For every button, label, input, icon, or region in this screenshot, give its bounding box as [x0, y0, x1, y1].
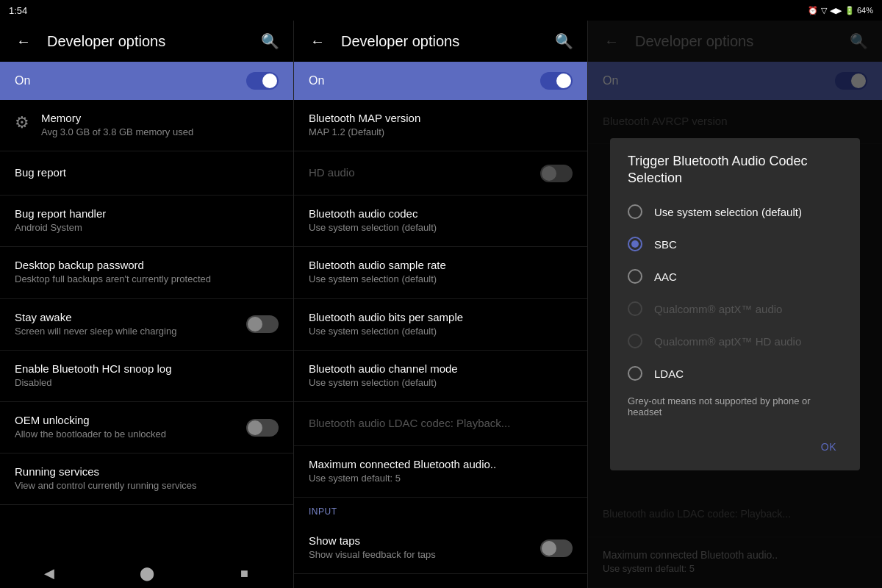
status-time: 1:54 [9, 5, 27, 16]
bt-audio-channel-subtitle: Use system selection (default) [309, 376, 573, 390]
dialog-option-aac[interactable]: AAC [610, 260, 860, 293]
dialog-note: Grey-out means not supported by phone or… [610, 390, 860, 429]
memory-title: Memory [41, 112, 279, 124]
settings-list-left: ⚙ Memory Avg 3.0 GB of 3.8 GB memory use… [0, 100, 293, 559]
status-bar: 1:54 ⏰ ▽ ◀▶ 🔋 64% [0, 0, 882, 21]
bug-report-title: Bug report [15, 166, 279, 179]
radio-sbc[interactable] [628, 237, 642, 251]
setting-oem-unlocking[interactable]: OEM unlocking Allow the bootloader to be… [0, 402, 293, 453]
setting-hd-audio[interactable]: HD audio [294, 151, 587, 196]
back-button-left[interactable]: ← [12, 29, 35, 53]
radio-aac[interactable] [628, 269, 642, 284]
dialog-option-label-use-system: Use system selection (default) [654, 206, 802, 218]
developer-toggle-mid[interactable] [540, 72, 573, 90]
nav-home[interactable]: ⬤ [132, 559, 162, 588]
page-title-left: Developer options [47, 33, 246, 50]
setting-running-services[interactable]: Running services View and control curren… [0, 453, 293, 505]
bluetooth-hci-subtitle: Disabled [15, 376, 279, 390]
max-bt-audio-subtitle: Use system default: 5 [309, 472, 573, 485]
top-bar-mid: ← Developer options 🔍 [294, 21, 587, 62]
dialog-option-label-qualcomm-aptx-hd: Qualcomm® aptX™ HD audio [654, 335, 801, 348]
desktop-backup-subtitle: Desktop full backups aren't currently pr… [15, 273, 279, 286]
setting-show-taps[interactable]: Show taps Show visual feedback for taps [294, 523, 587, 574]
top-bar-left: ← Developer options 🔍 [0, 21, 293, 62]
on-bar-mid: On [294, 62, 587, 100]
dialog-option-qualcomm-aptx-hd[interactable]: Qualcomm® aptX™ HD audio [610, 325, 860, 357]
stay-awake-toggle[interactable] [246, 315, 279, 333]
panel-mid: ← Developer options 🔍 On Bluetooth MAP v… [294, 21, 588, 588]
setting-stay-awake[interactable]: Stay awake Screen will never sleep while… [0, 299, 293, 351]
bug-report-handler-title: Bug report handler [15, 207, 279, 220]
setting-memory[interactable]: ⚙ Memory Avg 3.0 GB of 3.8 GB memory use… [0, 100, 293, 151]
stay-awake-subtitle: Screen will never sleep while charging [15, 325, 246, 338]
nav-back[interactable]: ◀ [35, 559, 64, 588]
bt-audio-bits-title: Bluetooth audio bits per sample [309, 311, 573, 323]
dialog-option-label-sbc: SBC [654, 238, 677, 251]
hd-audio-title: HD audio [309, 166, 540, 179]
bluetooth-hci-title: Enable Bluetooth HCI snoop log [15, 362, 279, 375]
dialog-option-sbc[interactable]: SBC [610, 228, 860, 260]
dialog-option-label-ldac: LDAC [654, 368, 684, 380]
settings-list-mid: Bluetooth MAP version MAP 1.2 (Default) … [294, 100, 587, 588]
setting-bt-ldac-codec[interactable]: Bluetooth audio LDAC codec: Playback... [294, 402, 587, 446]
dialog-actions: OK [610, 429, 860, 470]
nav-bar-left: ◀ ⬤ ■ [0, 559, 293, 588]
setting-bug-report-handler[interactable]: Bug report handler Android System [0, 196, 293, 247]
dialog-option-label-qualcomm-aptx: Qualcomm® aptX™ audio [654, 303, 782, 315]
setting-desktop-backup[interactable]: Desktop backup password Desktop full bac… [0, 247, 293, 298]
panel-right: ← Developer options 🔍 On Bluetooth AVRCP… [588, 21, 882, 588]
bt-audio-channel-title: Bluetooth audio channel mode [309, 362, 573, 375]
setting-bt-audio-channel[interactable]: Bluetooth audio channel mode Use system … [294, 351, 587, 402]
setting-bt-audio-codec[interactable]: Bluetooth audio codec Use system selecti… [294, 196, 587, 247]
radio-qualcomm-aptx[interactable] [628, 301, 642, 316]
radio-ldac[interactable] [628, 366, 642, 381]
dialog-option-use-system[interactable]: Use system selection (default) [610, 196, 860, 228]
running-services-title: Running services [15, 465, 279, 478]
oem-unlocking-subtitle: Allow the bootloader to be unlocked [15, 428, 246, 441]
memory-icon: ⚙ [15, 113, 29, 132]
running-services-subtitle: View and control currently running servi… [15, 479, 279, 492]
on-label-left: On [15, 74, 30, 87]
on-label-mid: On [309, 74, 324, 87]
dialog-overlay: Trigger Bluetooth Audio Codec Selection … [588, 21, 882, 588]
hd-audio-toggle[interactable] [540, 165, 573, 182]
status-icons: ⏰ ▽ ◀▶ 🔋 64% [808, 6, 873, 15]
search-button-left[interactable]: 🔍 [258, 29, 282, 53]
setting-max-bt-audio[interactable]: Maximum connected Bluetooth audio.. Use … [294, 446, 587, 498]
setting-bt-audio-bits[interactable]: Bluetooth audio bits per sample Use syst… [294, 299, 587, 351]
dialog-option-label-aac: AAC [654, 270, 677, 283]
back-button-mid[interactable]: ← [306, 29, 329, 53]
bt-audio-bits-subtitle: Use system selection (default) [309, 325, 573, 338]
on-bar-left: On [0, 62, 293, 100]
bt-audio-sample-rate-title: Bluetooth audio sample rate [309, 259, 573, 271]
dialog-title: Trigger Bluetooth Audio Codec Selection [610, 138, 860, 196]
input-section-label: INPUT [294, 498, 587, 523]
dialog-option-qualcomm-aptx[interactable]: Qualcomm® aptX™ audio [610, 293, 860, 325]
dialog-ok-button[interactable]: OK [809, 435, 848, 459]
search-button-mid[interactable]: 🔍 [552, 29, 576, 53]
radio-qualcomm-aptx-hd[interactable] [628, 334, 642, 348]
nav-recents[interactable]: ■ [230, 559, 259, 588]
radio-use-system[interactable] [628, 204, 642, 219]
page-title-mid: Developer options [341, 33, 540, 50]
bt-audio-sample-rate-subtitle: Use system selection (default) [309, 273, 573, 286]
bt-ldac-codec-title: Bluetooth audio LDAC codec: Playback... [309, 417, 573, 429]
setting-bt-audio-sample-rate[interactable]: Bluetooth audio sample rate Use system s… [294, 247, 587, 298]
bt-map-version-title: Bluetooth MAP version [309, 112, 573, 124]
show-taps-toggle[interactable] [540, 539, 573, 557]
setting-bug-report[interactable]: Bug report [0, 151, 293, 196]
dialog-option-ldac[interactable]: LDAC [610, 357, 860, 390]
developer-toggle-left[interactable] [246, 72, 279, 90]
panel-left: ← Developer options 🔍 On ⚙ Memory Avg 3.… [0, 21, 294, 588]
max-bt-audio-title: Maximum connected Bluetooth audio.. [309, 458, 573, 470]
codec-selection-dialog: Trigger Bluetooth Audio Codec Selection … [610, 138, 860, 471]
oem-unlocking-toggle[interactable] [246, 419, 279, 437]
setting-bluetooth-hci[interactable]: Enable Bluetooth HCI snoop log Disabled [0, 351, 293, 402]
show-taps-title: Show taps [309, 534, 540, 547]
oem-unlocking-title: OEM unlocking [15, 414, 246, 426]
memory-subtitle: Avg 3.0 GB of 3.8 GB memory used [41, 126, 279, 139]
show-taps-subtitle: Show visual feedback for taps [309, 548, 540, 562]
bug-report-handler-subtitle: Android System [15, 221, 279, 234]
setting-bt-map-version[interactable]: Bluetooth MAP version MAP 1.2 (Default) [294, 100, 587, 151]
bt-audio-codec-subtitle: Use system selection (default) [309, 221, 573, 234]
